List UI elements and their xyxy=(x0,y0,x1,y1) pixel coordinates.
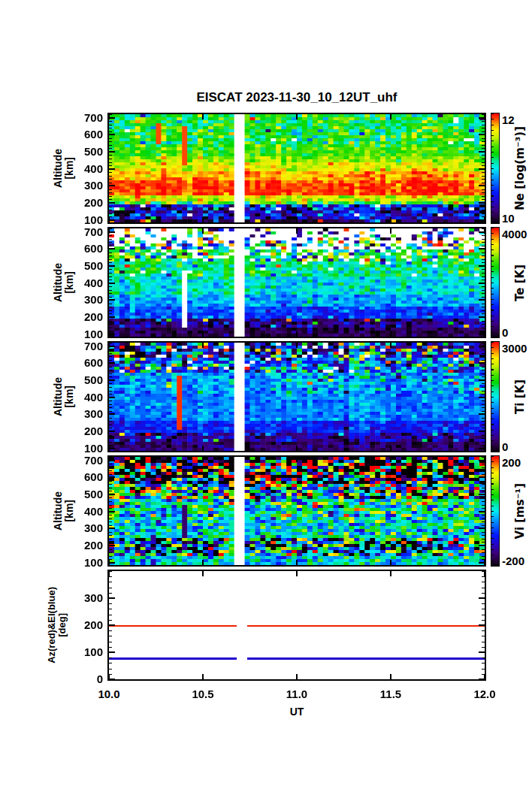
y-major-tick xyxy=(109,431,115,432)
x-major-tick xyxy=(484,674,485,679)
te-heatmap-panel xyxy=(107,227,486,338)
y-major-tick xyxy=(479,511,485,512)
x-major-tick xyxy=(108,343,110,348)
y-tick-label: 100 xyxy=(74,645,103,658)
x-major-tick xyxy=(390,674,391,679)
y-major-tick xyxy=(109,346,115,347)
y-tick-label: 500 xyxy=(74,488,103,500)
y-major-tick xyxy=(479,651,485,653)
x-major-tick xyxy=(390,571,391,576)
y-tick-label: 600 xyxy=(74,470,103,483)
vi-heatmap-panel xyxy=(107,455,486,567)
y-major-tick xyxy=(109,248,115,249)
y-major-tick xyxy=(479,431,485,432)
x-major-tick xyxy=(296,674,298,679)
x-major-tick xyxy=(296,228,298,234)
y-major-tick xyxy=(109,117,115,119)
y-tick-label: 400 xyxy=(74,162,103,175)
x-tick-label: 11.5 xyxy=(374,688,407,700)
y-tick-label: 200 xyxy=(74,425,103,437)
x-major-tick xyxy=(484,457,485,462)
y-major-tick xyxy=(479,316,485,318)
y-major-tick xyxy=(109,379,115,381)
y-tick-label: 300 xyxy=(74,591,103,604)
axis-label-line: Az(red)&El(blue) xyxy=(47,587,57,663)
x-major-tick xyxy=(202,114,204,119)
y-major-tick xyxy=(109,168,115,170)
y-major-tick xyxy=(109,494,115,495)
ne-heatmap-panel xyxy=(107,113,486,224)
y-major-tick xyxy=(109,651,115,653)
x-major-tick xyxy=(202,343,204,348)
y-major-tick xyxy=(109,134,115,135)
x-tick-label: 12.0 xyxy=(468,688,501,700)
y-tick-label: 400 xyxy=(74,505,103,518)
colorbar-tick-comb xyxy=(491,113,494,223)
plot-title: EISCAT 2023-11-30_10_12UT_uhf xyxy=(107,90,486,105)
y-major-tick xyxy=(109,448,115,449)
y-major-tick xyxy=(109,527,115,529)
x-major-tick xyxy=(108,560,110,565)
y-tick-label: 400 xyxy=(74,277,103,289)
axis-label-line: [km] xyxy=(64,271,75,294)
y-tick-label: 300 xyxy=(74,521,103,534)
y-tick-label: 500 xyxy=(74,145,103,158)
x-major-tick xyxy=(202,571,204,576)
y-major-tick xyxy=(479,527,485,529)
x-major-tick xyxy=(390,343,391,348)
x-major-tick xyxy=(484,571,485,576)
y-major-tick xyxy=(479,476,485,478)
y-major-tick xyxy=(479,151,485,153)
y-tick-label: 300 xyxy=(74,407,103,420)
axis-label-line: Altitude xyxy=(53,377,64,416)
x-major-tick xyxy=(390,114,391,119)
x-major-tick xyxy=(108,571,110,576)
colorbar-title-text: Ti [K] xyxy=(515,379,527,414)
x-major-tick xyxy=(484,331,485,337)
y-major-tick xyxy=(109,299,115,301)
y-major-tick xyxy=(109,597,115,599)
y-major-tick xyxy=(479,248,485,249)
x-major-tick xyxy=(484,217,485,222)
y-tick-label: 0 xyxy=(74,673,103,685)
x-major-tick xyxy=(202,674,204,679)
y-major-tick xyxy=(109,562,115,564)
y-tick-label: 100 xyxy=(74,213,103,226)
x-major-tick xyxy=(390,228,391,234)
y-major-tick xyxy=(109,151,115,153)
colorbar-tick-comb xyxy=(491,342,494,452)
x-major-tick xyxy=(202,446,204,451)
y-major-tick xyxy=(109,511,115,512)
y-major-tick xyxy=(109,334,115,335)
x-major-tick xyxy=(296,331,298,337)
x-major-tick xyxy=(390,217,391,222)
axis-label-line: Altitude xyxy=(53,491,64,530)
y-major-tick xyxy=(479,283,485,284)
x-major-tick xyxy=(296,217,298,222)
y-major-tick xyxy=(479,494,485,495)
y-major-tick xyxy=(109,185,115,186)
x-major-tick xyxy=(390,331,391,337)
y-major-tick xyxy=(109,362,115,364)
x-major-tick xyxy=(484,343,485,348)
y-major-tick xyxy=(479,379,485,381)
y-tick-label: 100 xyxy=(74,442,103,455)
colorbar-title-text: Ne [log(m⁻³)] xyxy=(515,126,527,210)
y-major-tick xyxy=(109,679,115,680)
te-heatmap-canvas xyxy=(109,228,485,337)
x-major-tick xyxy=(484,114,485,119)
ti-heatmap-panel xyxy=(107,341,486,452)
x-major-tick xyxy=(296,343,298,348)
y-major-tick xyxy=(479,265,485,267)
y-major-tick xyxy=(479,597,485,599)
x-major-tick xyxy=(296,446,298,451)
y-major-tick xyxy=(479,413,485,415)
x-major-tick xyxy=(108,331,110,337)
x-major-tick xyxy=(108,217,110,222)
x-major-tick xyxy=(202,560,204,565)
x-major-tick xyxy=(296,457,298,462)
x-major-tick xyxy=(484,446,485,451)
ne-colorbar-title: Ne [log(m⁻³)] xyxy=(511,113,530,224)
y-major-tick xyxy=(479,134,485,135)
colorbar-tick-comb xyxy=(491,228,494,337)
